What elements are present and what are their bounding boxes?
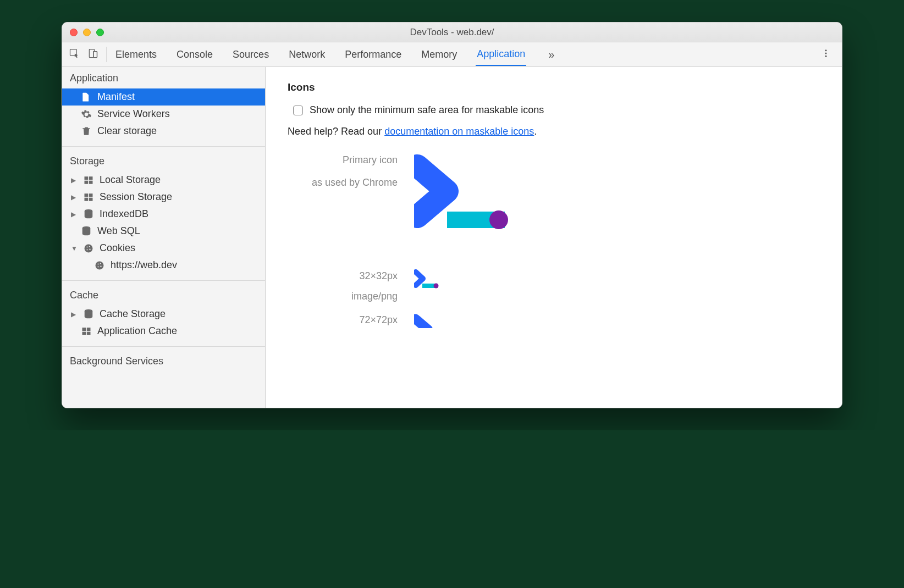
icon-size-label: 72×72px (288, 313, 398, 328)
checkbox-label: Show only the minimum safe area for mask… (310, 104, 544, 116)
section-title-application: Application (62, 67, 265, 88)
cookie-icon (83, 243, 94, 254)
icon-preview-32 (414, 269, 440, 293)
sidebar-item-manifest[interactable]: Manifest (62, 88, 265, 106)
icons-heading: Icons (288, 81, 820, 93)
sidebar-item-cookie-origin[interactable]: https://web.dev (62, 257, 265, 274)
section-title-storage: Storage (62, 150, 265, 171)
maskable-safe-area-checkbox[interactable] (293, 106, 303, 115)
sidebar-item-service-workers[interactable]: Service Workers (62, 106, 265, 123)
main-panel: Icons Show only the minimum safe area fo… (266, 67, 842, 408)
sidebar-item-web-sql[interactable]: Web SQL (62, 223, 265, 240)
maskable-docs-link[interactable]: documentation on maskable icons (384, 126, 534, 137)
devtools-window: DevTools - web.dev/ Elements Console Sou… (62, 22, 842, 408)
primary-icon-preview (414, 153, 519, 243)
svg-rect-10 (93, 52, 97, 58)
primary-icon-label-2: as used by Chrome (288, 175, 398, 190)
help-text: Need help? Read our documentation on mas… (288, 126, 820, 137)
tabstrip: Elements Console Sources Network Perform… (62, 42, 842, 67)
icon-preview-72 (414, 313, 458, 328)
sidebar-item-label: IndexedDB (100, 208, 148, 220)
sidebar-item-label: Cache Storage (100, 308, 166, 320)
grid-icon (83, 175, 94, 186)
sidebar-item-label: Service Workers (97, 108, 170, 120)
sidebar-item-indexeddb[interactable]: ▶ IndexedDB (62, 206, 265, 223)
tab-network[interactable]: Network (288, 43, 326, 65)
svg-point-14 (825, 55, 827, 57)
sidebar-item-session-storage[interactable]: ▶ Session Storage (62, 188, 265, 206)
tab-elements[interactable]: Elements (114, 43, 158, 65)
icon-size-label: 32×32px (288, 269, 398, 284)
sidebar-item-cache-storage[interactable]: ▶ Cache Storage (62, 306, 265, 323)
grid-icon (81, 326, 92, 337)
gear-icon (81, 109, 92, 120)
file-icon (81, 92, 92, 103)
primary-icon-label-1: Primary icon (288, 153, 398, 168)
svg-point-12 (825, 49, 827, 51)
tabs: Elements Console Sources Network Perform… (114, 43, 814, 66)
sidebar-item-cookies[interactable]: ▼ Cookies (62, 240, 265, 257)
window-title: DevTools - web.dev/ (62, 27, 842, 38)
device-toolbar-icon[interactable] (87, 48, 98, 61)
sidebar-item-label: Clear storage (97, 125, 157, 137)
trash-icon (81, 126, 92, 137)
cookie-icon (94, 260, 105, 271)
sidebar-item-label: https://web.dev (111, 259, 177, 271)
more-options-icon[interactable] (817, 48, 835, 61)
grid-icon (83, 192, 94, 203)
inspect-element-icon[interactable] (69, 48, 80, 61)
sidebar-item-label: Cookies (100, 242, 135, 254)
chevron-right-icon: ▶ (71, 176, 78, 184)
chevron-right-icon: ▶ (71, 310, 78, 318)
sidebar-item-label: Local Storage (100, 174, 161, 186)
chevron-right-icon: ▶ (71, 193, 78, 201)
tabs-overflow-icon[interactable]: » (544, 48, 559, 61)
sidebar-item-clear-storage[interactable]: Clear storage (62, 123, 265, 140)
chevron-right-icon: ▶ (71, 210, 78, 218)
tab-application[interactable]: Application (476, 43, 526, 66)
titlebar: DevTools - web.dev/ (62, 23, 842, 42)
tab-performance[interactable]: Performance (344, 43, 403, 65)
sidebar-item-label: Application Cache (97, 325, 177, 337)
database-icon (83, 209, 94, 220)
sidebar-item-label: Manifest (97, 91, 135, 103)
sidebar-item-label: Web SQL (97, 225, 140, 237)
tab-sources[interactable]: Sources (231, 43, 270, 65)
tab-memory[interactable]: Memory (420, 43, 458, 65)
svg-point-13 (825, 52, 827, 54)
section-title-cache: Cache (62, 284, 265, 306)
icon-mime-label: image/png (288, 289, 398, 304)
database-icon (83, 309, 94, 320)
sidebar-item-application-cache[interactable]: Application Cache (62, 323, 265, 340)
sidebar-item-local-storage[interactable]: ▶ Local Storage (62, 171, 265, 188)
section-title-background-services: Background Services (62, 350, 265, 371)
chevron-down-icon: ▼ (71, 245, 78, 252)
sidebar: Application Manifest Service Workers Cle… (62, 67, 266, 408)
tab-console[interactable]: Console (175, 43, 214, 65)
sidebar-item-label: Session Storage (100, 191, 172, 203)
database-icon (81, 226, 92, 237)
